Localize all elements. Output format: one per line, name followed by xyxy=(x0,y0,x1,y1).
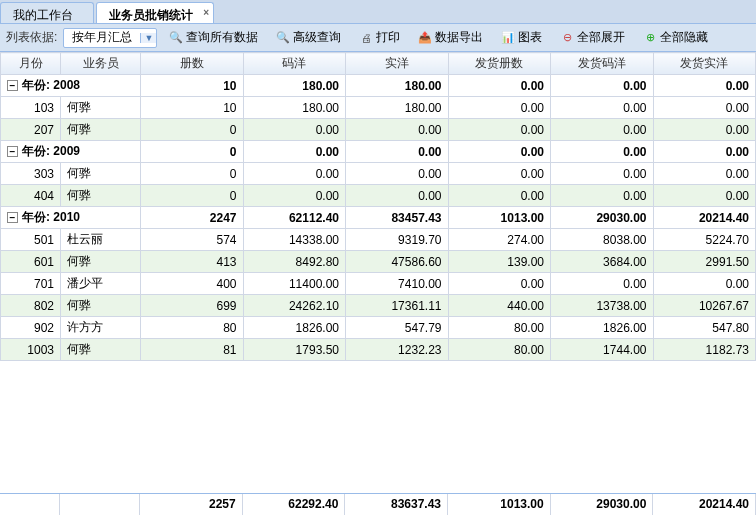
tab-bar: 我的工作台 业务员批销统计 × xyxy=(0,0,756,24)
collapse-all-button[interactable]: ⊕ 全部隐藏 xyxy=(637,27,714,48)
query-all-button[interactable]: 🔍 查询所有数据 xyxy=(163,27,264,48)
group-total: 62112.40 xyxy=(243,207,346,229)
cell-value: 0.00 xyxy=(346,185,449,207)
toolbar: 列表依据: 按年月汇总 ▼ 🔍 查询所有数据 🔍 高级查询 🖨 打印 📤 数据导… xyxy=(0,24,756,52)
tab-sales-stats[interactable]: 业务员批销统计 × xyxy=(96,2,214,23)
cell-value: 81 xyxy=(141,339,244,361)
cell-value: 400 xyxy=(141,273,244,295)
footer-ship-code: 29030.00 xyxy=(551,494,654,515)
table-row[interactable]: 902许方方801826.00547.7980.001826.00547.80 xyxy=(1,317,756,339)
cell-value: 2991.50 xyxy=(653,251,756,273)
group-total: 29030.00 xyxy=(551,207,654,229)
cell-value: 9319.70 xyxy=(346,229,449,251)
tab-label: 业务员批销统计 xyxy=(109,8,193,22)
list-by-label: 列表依据: xyxy=(6,29,57,46)
cell-month: 303 xyxy=(1,163,61,185)
cell-value: 0.00 xyxy=(551,119,654,141)
group-row[interactable]: −年份: 2010224762112.4083457.431013.002903… xyxy=(1,207,756,229)
search-icon: 🔍 xyxy=(169,31,183,45)
cell-value: 0.00 xyxy=(653,163,756,185)
table-row[interactable]: 701潘少平40011400.007410.000.000.000.00 xyxy=(1,273,756,295)
cell-value: 0.00 xyxy=(448,163,551,185)
collapse-icon[interactable]: − xyxy=(7,212,18,223)
table-row[interactable]: 103何骅10180.00180.000.000.000.00 xyxy=(1,97,756,119)
cell-value: 0 xyxy=(141,163,244,185)
cell-salesperson: 何骅 xyxy=(61,251,141,273)
footer-totals: 2257 62292.40 83637.43 1013.00 29030.00 … xyxy=(0,493,756,515)
cell-value: 0.00 xyxy=(448,273,551,295)
table-row[interactable]: 601何骅4138492.8047586.60139.003684.002991… xyxy=(1,251,756,273)
cell-salesperson: 何骅 xyxy=(61,339,141,361)
advanced-query-button[interactable]: 🔍 高级查询 xyxy=(270,27,347,48)
group-total: 0.00 xyxy=(243,141,346,163)
footer-blank xyxy=(60,494,140,515)
footer-copies: 2257 xyxy=(140,494,243,515)
cell-salesperson: 何骅 xyxy=(61,97,141,119)
close-icon[interactable]: × xyxy=(203,7,209,18)
button-label: 全部展开 xyxy=(577,29,625,46)
button-label: 数据导出 xyxy=(435,29,483,46)
footer-blank xyxy=(0,494,60,515)
cell-value: 440.00 xyxy=(448,295,551,317)
cell-salesperson: 潘少平 xyxy=(61,273,141,295)
group-by-dropdown[interactable]: 按年月汇总 ▼ xyxy=(63,28,157,48)
table-row[interactable]: 1003何骅811793.501232.2380.001744.001182.7… xyxy=(1,339,756,361)
cell-value: 8492.80 xyxy=(243,251,346,273)
data-grid[interactable]: 月份 业务员 册数 码洋 实洋 发货册数 发货码洋 发货实洋 −年份: 2008… xyxy=(0,52,756,493)
group-total: 20214.40 xyxy=(653,207,756,229)
collapse-icon[interactable]: − xyxy=(7,80,18,91)
cell-month: 902 xyxy=(1,317,61,339)
cell-value: 7410.00 xyxy=(346,273,449,295)
table-row[interactable]: 404何骅00.000.000.000.000.00 xyxy=(1,185,756,207)
dropdown-value: 按年月汇总 xyxy=(64,29,140,46)
col-salesperson[interactable]: 业务员 xyxy=(61,53,141,75)
collapse-icon[interactable]: − xyxy=(7,146,18,157)
cell-value: 0.00 xyxy=(653,119,756,141)
table-row[interactable]: 207何骅00.000.000.000.000.00 xyxy=(1,119,756,141)
col-ship-actual[interactable]: 发货实洋 xyxy=(653,53,756,75)
cell-value: 10267.67 xyxy=(653,295,756,317)
button-label: 高级查询 xyxy=(293,29,341,46)
cell-month: 1003 xyxy=(1,339,61,361)
cell-value: 0.00 xyxy=(243,185,346,207)
group-total: 0.00 xyxy=(448,75,551,97)
cell-value: 0.00 xyxy=(448,185,551,207)
cell-month: 802 xyxy=(1,295,61,317)
col-month[interactable]: 月份 xyxy=(1,53,61,75)
cell-value: 13738.00 xyxy=(551,295,654,317)
col-ship-copies[interactable]: 发货册数 xyxy=(448,53,551,75)
cell-value: 0.00 xyxy=(551,163,654,185)
group-total: 180.00 xyxy=(346,75,449,97)
group-row[interactable]: −年份: 200810180.00180.000.000.000.00 xyxy=(1,75,756,97)
col-copies[interactable]: 册数 xyxy=(141,53,244,75)
group-label: −年份: 2010 xyxy=(1,207,141,229)
col-ship-code[interactable]: 发货码洋 xyxy=(551,53,654,75)
tab-workbench[interactable]: 我的工作台 xyxy=(0,2,94,23)
footer-code: 62292.40 xyxy=(243,494,346,515)
button-label: 查询所有数据 xyxy=(186,29,258,46)
expand-all-button[interactable]: ⊖ 全部展开 xyxy=(554,27,631,48)
col-code-price[interactable]: 码洋 xyxy=(243,53,346,75)
table-row[interactable]: 501杜云丽57414338.009319.70274.008038.00522… xyxy=(1,229,756,251)
cell-value: 0.00 xyxy=(243,119,346,141)
cell-value: 0.00 xyxy=(346,119,449,141)
group-label: −年份: 2009 xyxy=(1,141,141,163)
col-actual-price[interactable]: 实洋 xyxy=(346,53,449,75)
cell-value: 80.00 xyxy=(448,339,551,361)
group-row[interactable]: −年份: 200900.000.000.000.000.00 xyxy=(1,141,756,163)
cell-salesperson: 许方方 xyxy=(61,317,141,339)
cell-value: 413 xyxy=(141,251,244,273)
cell-value: 0.00 xyxy=(551,97,654,119)
cell-value: 0.00 xyxy=(551,185,654,207)
print-button[interactable]: 🖨 打印 xyxy=(353,27,406,48)
cell-value: 0.00 xyxy=(653,97,756,119)
export-button[interactable]: 📤 数据导出 xyxy=(412,27,489,48)
cell-value: 47586.60 xyxy=(346,251,449,273)
export-icon: 📤 xyxy=(418,31,432,45)
chart-button[interactable]: 📊 图表 xyxy=(495,27,548,48)
cell-month: 404 xyxy=(1,185,61,207)
cell-value: 80 xyxy=(141,317,244,339)
cell-value: 574 xyxy=(141,229,244,251)
table-row[interactable]: 802何骅69924262.1017361.11440.0013738.0010… xyxy=(1,295,756,317)
table-row[interactable]: 303何骅00.000.000.000.000.00 xyxy=(1,163,756,185)
